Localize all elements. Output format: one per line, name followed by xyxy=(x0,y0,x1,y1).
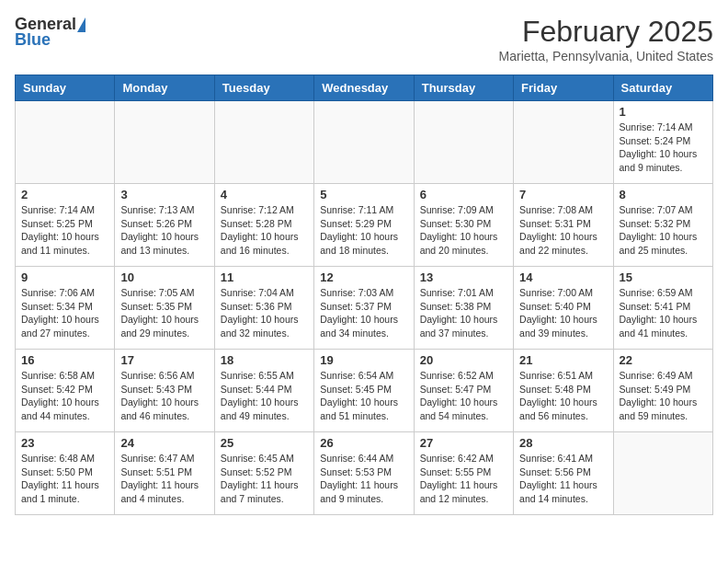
day-number: 19 xyxy=(320,353,407,367)
calendar-header-row: SundayMondayTuesdayWednesdayThursdayFrid… xyxy=(16,75,713,101)
calendar-table: SundayMondayTuesdayWednesdayThursdayFrid… xyxy=(15,75,713,515)
day-number: 18 xyxy=(221,353,308,367)
calendar-cell: 18Sunrise: 6:55 AM Sunset: 5:44 PM Dayli… xyxy=(214,350,313,432)
day-number: 14 xyxy=(519,270,607,284)
day-number: 16 xyxy=(21,353,108,367)
calendar-cell: 21Sunrise: 6:51 AM Sunset: 5:48 PM Dayli… xyxy=(514,350,613,432)
calendar-cell: 25Sunrise: 6:45 AM Sunset: 5:52 PM Dayli… xyxy=(214,432,313,515)
calendar-cell: 20Sunrise: 6:52 AM Sunset: 5:47 PM Dayli… xyxy=(414,350,513,432)
calendar-cell: 16Sunrise: 6:58 AM Sunset: 5:42 PM Dayli… xyxy=(16,350,115,432)
day-number: 6 xyxy=(420,188,507,201)
day-info: Sunrise: 6:44 AM Sunset: 5:53 PM Dayligh… xyxy=(320,452,407,506)
calendar-header-sunday: Sunday xyxy=(16,75,115,101)
day-info: Sunrise: 7:01 AM Sunset: 5:38 PM Dayligh… xyxy=(420,286,507,340)
calendar-cell: 23Sunrise: 6:48 AM Sunset: 5:50 PM Dayli… xyxy=(16,432,115,515)
day-info: Sunrise: 7:09 AM Sunset: 5:30 PM Dayligh… xyxy=(420,203,507,258)
calendar-cell: 5Sunrise: 7:11 AM Sunset: 5:29 PM Daylig… xyxy=(314,184,414,267)
day-number: 23 xyxy=(21,436,108,450)
calendar-cell: 4Sunrise: 7:12 AM Sunset: 5:28 PM Daylig… xyxy=(214,184,313,267)
calendar-cell: 22Sunrise: 6:49 AM Sunset: 5:49 PM Dayli… xyxy=(613,350,712,432)
day-info: Sunrise: 6:51 AM Sunset: 5:48 PM Dayligh… xyxy=(519,369,607,423)
day-info: Sunrise: 7:06 AM Sunset: 5:34 PM Dayligh… xyxy=(21,286,108,340)
day-info: Sunrise: 6:47 AM Sunset: 5:51 PM Dayligh… xyxy=(120,452,208,506)
calendar-cell: 9Sunrise: 7:06 AM Sunset: 5:34 PM Daylig… xyxy=(16,267,115,350)
calendar-cell: 14Sunrise: 7:00 AM Sunset: 5:40 PM Dayli… xyxy=(514,267,613,350)
day-info: Sunrise: 6:45 AM Sunset: 5:52 PM Dayligh… xyxy=(221,452,308,506)
calendar-cell xyxy=(16,101,115,184)
calendar-cell: 11Sunrise: 7:04 AM Sunset: 5:36 PM Dayli… xyxy=(214,267,313,350)
day-number: 8 xyxy=(620,188,707,201)
calendar-cell: 19Sunrise: 6:54 AM Sunset: 5:45 PM Dayli… xyxy=(314,350,414,432)
calendar-cell xyxy=(414,101,513,184)
calendar-cell: 2Sunrise: 7:14 AM Sunset: 5:25 PM Daylig… xyxy=(16,184,115,267)
day-info: Sunrise: 7:00 AM Sunset: 5:40 PM Dayligh… xyxy=(519,286,607,340)
calendar-header-thursday: Thursday xyxy=(414,75,513,101)
calendar-cell: 6Sunrise: 7:09 AM Sunset: 5:30 PM Daylig… xyxy=(414,184,513,267)
day-number: 11 xyxy=(221,270,308,284)
week-row-2: 2Sunrise: 7:14 AM Sunset: 5:25 PM Daylig… xyxy=(16,184,713,267)
day-number: 7 xyxy=(519,188,607,201)
calendar-cell: 8Sunrise: 7:07 AM Sunset: 5:32 PM Daylig… xyxy=(613,184,712,267)
week-row-5: 23Sunrise: 6:48 AM Sunset: 5:50 PM Dayli… xyxy=(16,432,713,515)
calendar-header-friday: Friday xyxy=(514,75,613,101)
day-info: Sunrise: 7:12 AM Sunset: 5:28 PM Dayligh… xyxy=(221,203,308,258)
day-number: 25 xyxy=(221,436,308,450)
calendar-header-wednesday: Wednesday xyxy=(314,75,414,101)
week-row-1: 1Sunrise: 7:14 AM Sunset: 5:24 PM Daylig… xyxy=(16,101,713,184)
day-number: 12 xyxy=(320,270,407,284)
day-info: Sunrise: 7:03 AM Sunset: 5:37 PM Dayligh… xyxy=(320,286,407,340)
day-number: 15 xyxy=(620,270,707,284)
logo: General Blue xyxy=(15,15,85,50)
calendar-cell: 13Sunrise: 7:01 AM Sunset: 5:38 PM Dayli… xyxy=(414,267,513,350)
day-number: 9 xyxy=(21,270,108,284)
day-info: Sunrise: 6:59 AM Sunset: 5:41 PM Dayligh… xyxy=(620,286,707,340)
calendar-cell: 3Sunrise: 7:13 AM Sunset: 5:26 PM Daylig… xyxy=(115,184,214,267)
day-info: Sunrise: 7:07 AM Sunset: 5:32 PM Dayligh… xyxy=(620,203,707,258)
page-header: General Blue February 2025 Marietta, Pen… xyxy=(15,15,713,63)
day-number: 4 xyxy=(221,188,308,201)
day-number: 5 xyxy=(320,188,407,201)
calendar-cell: 7Sunrise: 7:08 AM Sunset: 5:31 PM Daylig… xyxy=(514,184,613,267)
day-number: 21 xyxy=(519,353,607,367)
day-info: Sunrise: 6:54 AM Sunset: 5:45 PM Dayligh… xyxy=(320,369,407,423)
day-number: 2 xyxy=(21,188,108,201)
calendar-cell xyxy=(613,432,712,515)
day-info: Sunrise: 6:58 AM Sunset: 5:42 PM Dayligh… xyxy=(21,369,108,423)
day-info: Sunrise: 7:14 AM Sunset: 5:24 PM Dayligh… xyxy=(620,121,707,175)
calendar-cell: 24Sunrise: 6:47 AM Sunset: 5:51 PM Dayli… xyxy=(115,432,214,515)
day-number: 24 xyxy=(120,436,208,450)
week-row-3: 9Sunrise: 7:06 AM Sunset: 5:34 PM Daylig… xyxy=(16,267,713,350)
day-info: Sunrise: 6:56 AM Sunset: 5:43 PM Dayligh… xyxy=(120,369,208,423)
calendar-cell: 15Sunrise: 6:59 AM Sunset: 5:41 PM Dayli… xyxy=(613,267,712,350)
day-number: 17 xyxy=(120,353,208,367)
calendar-cell: 12Sunrise: 7:03 AM Sunset: 5:37 PM Dayli… xyxy=(314,267,414,350)
day-info: Sunrise: 7:05 AM Sunset: 5:35 PM Dayligh… xyxy=(120,286,208,340)
month-title: February 2025 xyxy=(499,15,713,49)
day-info: Sunrise: 6:55 AM Sunset: 5:44 PM Dayligh… xyxy=(221,369,308,423)
calendar-cell: 27Sunrise: 6:42 AM Sunset: 5:55 PM Dayli… xyxy=(414,432,513,515)
day-info: Sunrise: 7:04 AM Sunset: 5:36 PM Dayligh… xyxy=(221,286,308,340)
day-number: 1 xyxy=(620,105,707,119)
day-info: Sunrise: 6:41 AM Sunset: 5:56 PM Dayligh… xyxy=(519,452,607,506)
calendar-cell: 10Sunrise: 7:05 AM Sunset: 5:35 PM Dayli… xyxy=(115,267,214,350)
calendar-cell: 26Sunrise: 6:44 AM Sunset: 5:53 PM Dayli… xyxy=(314,432,414,515)
calendar-cell xyxy=(214,101,313,184)
day-number: 28 xyxy=(519,436,607,450)
week-row-4: 16Sunrise: 6:58 AM Sunset: 5:42 PM Dayli… xyxy=(16,350,713,432)
calendar-header-saturday: Saturday xyxy=(613,75,712,101)
calendar-cell: 1Sunrise: 7:14 AM Sunset: 5:24 PM Daylig… xyxy=(613,101,712,184)
calendar-cell: 17Sunrise: 6:56 AM Sunset: 5:43 PM Dayli… xyxy=(115,350,214,432)
day-info: Sunrise: 6:42 AM Sunset: 5:55 PM Dayligh… xyxy=(420,452,507,506)
day-info: Sunrise: 7:13 AM Sunset: 5:26 PM Dayligh… xyxy=(120,203,208,258)
calendar-header-monday: Monday xyxy=(115,75,214,101)
day-info: Sunrise: 6:48 AM Sunset: 5:50 PM Dayligh… xyxy=(21,452,108,506)
calendar-header-tuesday: Tuesday xyxy=(214,75,313,101)
day-info: Sunrise: 7:08 AM Sunset: 5:31 PM Dayligh… xyxy=(519,203,607,258)
day-info: Sunrise: 7:11 AM Sunset: 5:29 PM Dayligh… xyxy=(320,203,407,258)
calendar-cell xyxy=(115,101,214,184)
calendar-cell: 28Sunrise: 6:41 AM Sunset: 5:56 PM Dayli… xyxy=(514,432,613,515)
calendar-cell xyxy=(314,101,414,184)
day-number: 3 xyxy=(120,188,208,201)
day-info: Sunrise: 7:14 AM Sunset: 5:25 PM Dayligh… xyxy=(21,203,108,258)
title-block: February 2025 Marietta, Pennsylvania, Un… xyxy=(499,15,713,63)
